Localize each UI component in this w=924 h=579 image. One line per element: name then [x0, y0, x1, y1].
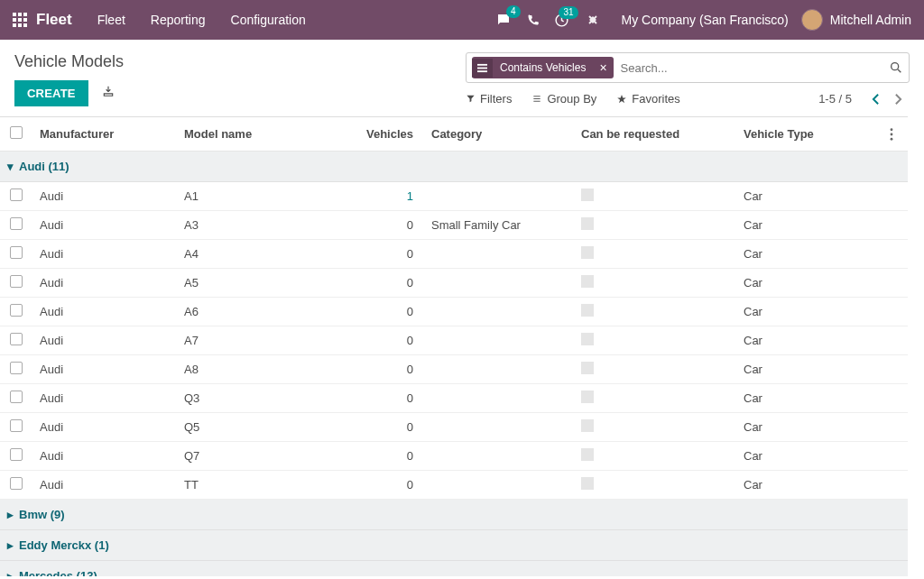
col-options[interactable] [882, 117, 908, 152]
svg-point-15 [891, 133, 893, 135]
cell-can-request[interactable] [574, 384, 736, 413]
group-row[interactable]: Audi (11) [0, 152, 908, 182]
pager-prev[interactable] [864, 93, 887, 106]
table-row[interactable]: AudiA80Car [0, 355, 908, 384]
cell-vehicles[interactable]: 1 [357, 182, 420, 211]
table-row[interactable]: AudiA30Small Family CarCar [0, 211, 908, 240]
company-selector[interactable]: My Company (San Francisco) [622, 13, 789, 27]
group-count: (1) [95, 538, 109, 552]
cell-category [420, 240, 574, 269]
cell-vehicles[interactable]: 0 [357, 355, 420, 384]
cell-manufacturer: Audi [32, 355, 177, 384]
nav-configuration[interactable]: Configuration [231, 13, 306, 27]
table-row[interactable]: AudiQ70Car [0, 442, 908, 471]
filters-button[interactable]: Filters [466, 92, 512, 106]
table-row[interactable]: AudiTT0Car [0, 471, 908, 500]
row-checkbox[interactable] [10, 275, 23, 288]
cell-can-request[interactable] [574, 240, 736, 269]
pager-next[interactable] [887, 93, 910, 106]
cell-vehicle-type: Car [736, 326, 882, 355]
col-vehicle-type[interactable]: Vehicle Type [736, 117, 882, 152]
cell-can-request[interactable] [574, 442, 736, 471]
search-input[interactable] [621, 61, 889, 75]
cell-model: A7 [177, 326, 357, 355]
cell-model: Q3 [177, 384, 357, 413]
table-row[interactable]: AudiQ30Car [0, 384, 908, 413]
cell-vehicles[interactable]: 0 [357, 384, 420, 413]
caret-right-icon [7, 538, 14, 552]
row-checkbox[interactable] [10, 333, 23, 345]
username[interactable]: Mitchell Admin [830, 13, 911, 27]
table-row[interactable]: AudiA11Car [0, 182, 908, 211]
svg-rect-4 [18, 18, 22, 22]
cell-can-request[interactable] [574, 471, 736, 500]
row-checkbox[interactable] [10, 419, 23, 432]
select-all-checkbox[interactable] [10, 126, 23, 139]
cell-vehicles[interactable]: 0 [357, 471, 420, 500]
table-row[interactable]: AudiA50Car [0, 269, 908, 298]
cell-can-request[interactable] [574, 413, 736, 442]
cell-can-request[interactable] [574, 298, 736, 326]
chat-icon[interactable]: 4 [495, 12, 512, 28]
table-row[interactable]: AudiQ50Car [0, 413, 908, 442]
row-checkbox[interactable] [10, 448, 23, 461]
search-box[interactable]: Contains Vehicles × [466, 52, 910, 83]
cell-vehicles[interactable]: 0 [357, 211, 420, 240]
table-row[interactable]: AudiA40Car [0, 240, 908, 269]
cell-vehicles[interactable]: 0 [357, 413, 420, 442]
row-checkbox[interactable] [10, 477, 23, 490]
col-vehicles[interactable]: Vehicles [357, 117, 420, 152]
row-checkbox[interactable] [10, 362, 23, 374]
cell-can-request[interactable] [574, 211, 736, 240]
svg-point-14 [891, 128, 893, 131]
group-row[interactable]: Mercedes (13) [0, 561, 908, 577]
cell-vehicles[interactable]: 0 [357, 298, 420, 326]
cell-can-request[interactable] [574, 326, 736, 355]
cell-category [420, 269, 574, 298]
cell-category [420, 384, 574, 413]
search-icon[interactable] [889, 60, 903, 75]
list-icon [472, 59, 493, 78]
svg-rect-0 [13, 13, 16, 16]
import-button[interactable] [102, 85, 115, 97]
activity-icon[interactable]: 31 [554, 13, 569, 28]
nav-reporting[interactable]: Reporting [151, 13, 206, 27]
row-checkbox[interactable] [10, 304, 23, 317]
apps-icon[interactable] [13, 13, 27, 27]
table-row[interactable]: AudiA60Car [0, 298, 908, 326]
groupby-button[interactable]: Group By [531, 92, 596, 106]
app-brand[interactable]: Fleet [36, 11, 72, 29]
group-row[interactable]: Eddy Merckx (1) [0, 530, 908, 561]
cell-can-request[interactable] [574, 182, 736, 211]
cell-can-request[interactable] [574, 269, 736, 298]
chip-remove[interactable]: × [593, 57, 613, 78]
col-model[interactable]: Model name [177, 117, 357, 152]
cell-vehicles[interactable]: 0 [357, 240, 420, 269]
cell-vehicle-type: Car [736, 355, 882, 384]
row-checkbox[interactable] [10, 246, 23, 259]
row-checkbox[interactable] [10, 391, 23, 403]
avatar[interactable] [801, 9, 823, 31]
cell-vehicles[interactable]: 0 [357, 269, 420, 298]
cell-vehicles[interactable]: 0 [357, 326, 420, 355]
phone-icon[interactable] [526, 14, 540, 27]
debug-icon[interactable] [584, 13, 598, 27]
favorites-button[interactable]: Favorites [616, 92, 679, 106]
chip-label: Contains Vehicles [493, 58, 593, 78]
pager[interactable]: 1-5 / 5 [818, 92, 852, 106]
checkbox-icon [581, 391, 594, 403]
nav-fleet[interactable]: Fleet [97, 13, 125, 27]
page-title: Vehicle Models [14, 52, 466, 71]
row-checkbox[interactable] [10, 188, 23, 201]
cell-vehicle-type: Car [736, 442, 882, 471]
col-manufacturer[interactable]: Manufacturer [32, 117, 177, 152]
col-category[interactable]: Category [420, 117, 574, 152]
cell-vehicles[interactable]: 0 [357, 442, 420, 471]
table-row[interactable]: AudiA70Car [0, 326, 908, 355]
row-checkbox[interactable] [10, 217, 23, 230]
cell-can-request[interactable] [574, 355, 736, 384]
col-can-request[interactable]: Can be requested [574, 117, 736, 152]
checkbox-icon [581, 304, 594, 317]
group-row[interactable]: Bmw (9) [0, 500, 908, 530]
create-button[interactable]: CREATE [14, 80, 88, 106]
